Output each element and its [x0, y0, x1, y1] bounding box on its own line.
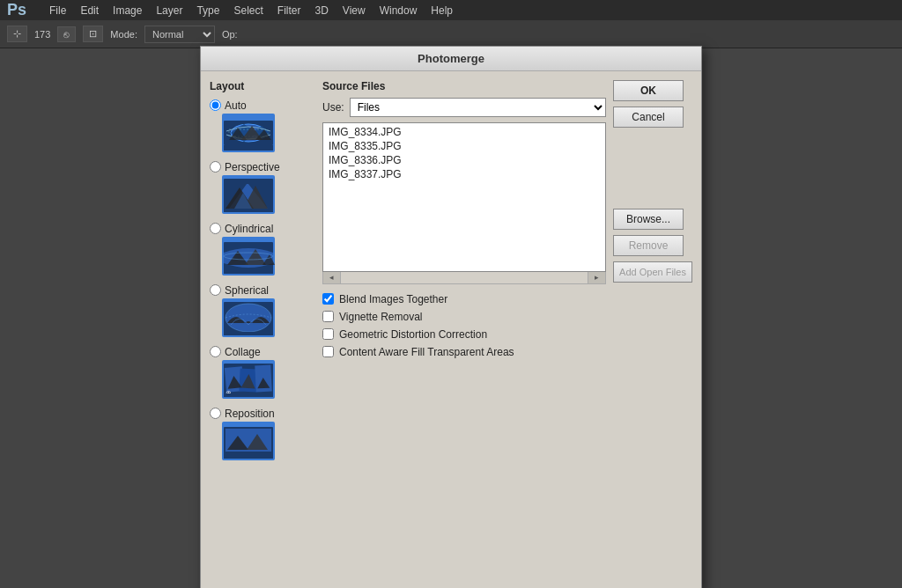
scroll-left-btn[interactable]: ◂ [323, 272, 341, 284]
tool-move[interactable]: ⊹ [7, 26, 27, 42]
menu-image[interactable]: Image [113, 4, 142, 17]
menu-type[interactable]: Type [196, 4, 219, 17]
label-collage[interactable]: Collage [225, 346, 261, 358]
layout-option-reposition: Reposition [210, 408, 308, 466]
opacity-display: 173 [34, 29, 50, 40]
layout-option-auto: Auto [210, 99, 308, 158]
checkbox-content-aware-label[interactable]: Content Aware Fill Transparent Areas [339, 346, 514, 358]
canvas-area: Photomerge Layout Auto [0, 48, 902, 588]
menu-filter[interactable]: Filter [277, 4, 301, 17]
browse-button[interactable]: Browse... [613, 209, 684, 230]
layout-panel: Layout Auto [201, 71, 315, 589]
svg-rect-9 [224, 145, 273, 151]
ok-button[interactable]: OK [613, 80, 684, 101]
dialog-titlebar: Photomerge [201, 47, 701, 71]
menu-3d[interactable]: 3D [315, 4, 329, 17]
use-select[interactable]: Files Folders Open Files [350, 98, 606, 117]
checkbox-content-aware: Content Aware Fill Transparent Areas [322, 346, 606, 358]
file-list-item[interactable]: IMG_8336.JPG [325, 153, 603, 167]
radio-reposition[interactable] [210, 408, 221, 419]
icon-cylindrical-svg [222, 237, 275, 276]
layout-title: Layout [210, 80, 308, 92]
layout-option-cylindrical: Cylindrical [210, 223, 308, 281]
buttons-panel: OK Cancel Browse... Remove Add Open File… [613, 71, 701, 589]
icon-reposition-svg [222, 422, 275, 460]
label-spherical[interactable]: Spherical [225, 284, 269, 297]
source-files-title: Source Files [322, 80, 606, 92]
checkbox-blend: Blend Images Together [322, 293, 606, 305]
checkbox-blend-label[interactable]: Blend Images Together [339, 293, 447, 305]
source-files-area: Source Files Use: Files Folders Open Fil… [315, 71, 613, 589]
radio-collage[interactable] [210, 346, 221, 357]
radio-spherical[interactable] [210, 284, 221, 296]
cancel-button[interactable]: Cancel [613, 107, 684, 128]
add-open-files-button[interactable]: Add Open Files [613, 261, 692, 283]
checkbox-content-aware-input[interactable] [322, 346, 334, 357]
checkbox-geometric-input[interactable] [322, 328, 334, 340]
menu-layer[interactable]: Layer [156, 4, 182, 17]
layout-option-spherical: Spherical [210, 284, 308, 342]
remove-button[interactable]: Remove [613, 235, 684, 256]
svg-rect-44 [224, 453, 273, 459]
op-label: Op: [222, 29, 238, 40]
label-reposition[interactable]: Reposition [225, 408, 275, 420]
menu-window[interactable]: Window [380, 4, 418, 17]
icon-reposition [222, 422, 275, 460]
menu-bar: Ps File Edit Image Layer Type Select Fil… [0, 0, 902, 20]
radio-auto[interactable] [210, 99, 221, 111]
dialog-overlay: Photomerge Layout Auto [0, 48, 902, 588]
checkbox-blend-input[interactable] [322, 293, 334, 305]
mode-label: Mode: [110, 29, 137, 40]
menu-select[interactable]: Select [233, 4, 262, 17]
mode-select[interactable]: Normal [144, 26, 215, 43]
ps-logo: Ps [7, 1, 26, 19]
files-list[interactable]: IMG_8334.JPGIMG_8335.JPGIMG_8336.JPGIMG_… [322, 122, 606, 272]
checkbox-vignette-input[interactable] [322, 311, 334, 322]
menu-help[interactable]: Help [431, 4, 453, 17]
checkbox-geometric: Geometric Distortion Correction [322, 328, 606, 341]
use-row: Use: Files Folders Open Files [322, 98, 606, 117]
icon-perspective [222, 175, 275, 214]
checkboxes-area: Blend Images Together Vignette Removal G… [322, 293, 606, 358]
radio-perspective[interactable] [210, 161, 221, 173]
icon-collage-svg: ⊕ [222, 360, 275, 399]
svg-rect-28 [224, 332, 273, 335]
layout-option-perspective: Perspective [210, 161, 308, 219]
horizontal-scrollbar[interactable]: ◂ ▸ [322, 272, 606, 284]
tool-btn-3[interactable]: ⊡ [83, 26, 103, 42]
icon-spherical-svg [222, 298, 275, 337]
scroll-right-btn[interactable]: ▸ [588, 272, 605, 284]
svg-rect-16 [224, 209, 273, 212]
svg-rect-38 [224, 393, 273, 397]
icon-auto-svg [222, 114, 275, 152]
icon-spherical [222, 298, 275, 337]
menu-view[interactable]: View [343, 4, 366, 17]
checkbox-vignette-label[interactable]: Vignette Removal [339, 311, 423, 323]
tool-btn-2[interactable]: ⎋ [57, 26, 76, 42]
icon-perspective-svg [222, 175, 275, 214]
photomerge-dialog: Photomerge Layout Auto [200, 46, 702, 589]
dialog-title: Photomerge [418, 52, 484, 65]
use-label: Use: [322, 101, 344, 114]
radio-cylindrical[interactable] [210, 223, 221, 234]
icon-cylindrical [222, 237, 275, 276]
file-list-item[interactable]: IMG_8335.JPG [325, 139, 603, 153]
layout-option-collage: Collage [210, 346, 308, 404]
menu-edit[interactable]: Edit [80, 4, 99, 17]
label-cylindrical[interactable]: Cylindrical [225, 223, 273, 235]
label-perspective[interactable]: Perspective [225, 161, 280, 173]
checkbox-vignette: Vignette Removal [322, 311, 606, 323]
file-list-item[interactable]: IMG_8337.JPG [325, 167, 603, 181]
icon-auto [222, 114, 275, 152]
icon-collage: ⊕ [222, 360, 275, 399]
label-auto[interactable]: Auto [225, 99, 247, 112]
file-list-item[interactable]: IMG_8334.JPG [325, 125, 603, 139]
menu-file[interactable]: File [49, 4, 66, 17]
checkbox-geometric-label[interactable]: Geometric Distortion Correction [339, 328, 487, 341]
svg-rect-23 [224, 268, 273, 274]
tools-row: ⊹ 173 ⎋ ⊡ Mode: Normal Op: [0, 20, 902, 48]
dialog-content: Layout Auto [201, 71, 701, 589]
